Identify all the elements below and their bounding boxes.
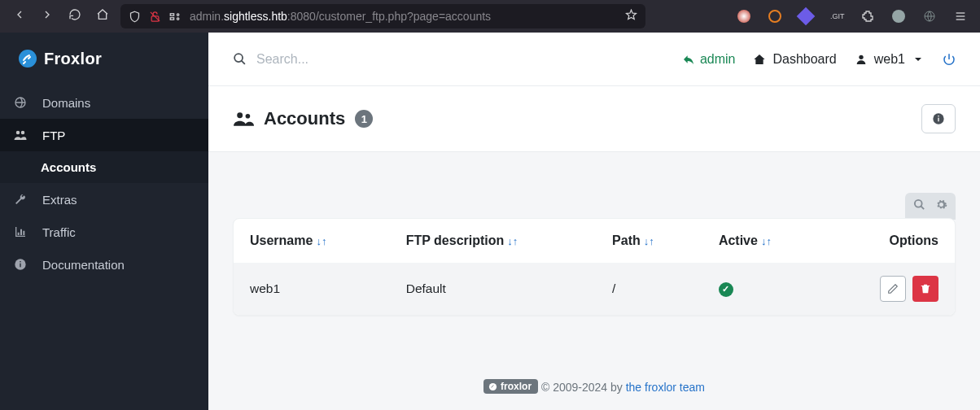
check-circle-icon xyxy=(719,282,733,297)
brand-logo[interactable]: Froxlor xyxy=(0,33,208,86)
info-icon xyxy=(13,257,28,272)
svg-point-19 xyxy=(859,55,863,59)
sidebar-item-label: Extras xyxy=(42,193,77,207)
svg-point-17 xyxy=(234,54,243,62)
table-settings-button[interactable] xyxy=(935,198,947,214)
sort-icon: ↓↑ xyxy=(761,235,772,247)
svg-point-25 xyxy=(915,200,922,207)
svg-line-26 xyxy=(921,206,924,209)
lock-insecure-icon xyxy=(149,11,161,23)
accounts-table: Username↓↑ FTP description↓↑ Path↓↑ Acti… xyxy=(234,219,955,315)
col-username[interactable]: Username↓↑ xyxy=(234,219,390,263)
footer-logo-pill: froxlor xyxy=(483,379,538,394)
chart-icon xyxy=(13,225,28,239)
froxlor-pill-icon xyxy=(488,382,497,391)
dashboard-link[interactable]: Dashboard xyxy=(753,52,836,67)
home-button[interactable] xyxy=(96,8,109,24)
user-menu[interactable]: web1 xyxy=(855,52,925,67)
sidebar-subitem-label: Accounts xyxy=(41,160,96,174)
search-input[interactable] xyxy=(256,52,419,67)
user-menu-label: web1 xyxy=(874,52,905,67)
app-menu-button[interactable] xyxy=(954,10,967,23)
search-icon xyxy=(233,52,247,66)
svg-rect-15 xyxy=(20,264,20,268)
forward-button[interactable] xyxy=(41,8,54,24)
svg-rect-3 xyxy=(170,17,173,20)
sidebar-item-ftp[interactable]: FTP xyxy=(0,119,208,151)
dashboard-link-label: Dashboard xyxy=(772,52,836,67)
content-area: admin Dashboard web1 Accounts xyxy=(208,33,980,410)
home-icon xyxy=(753,53,766,66)
users-icon xyxy=(233,108,254,129)
ext-icon-3[interactable] xyxy=(797,7,816,26)
froxlor-logo-icon xyxy=(18,49,37,68)
svg-point-4 xyxy=(177,13,179,15)
sidebar-item-domains[interactable]: Domains xyxy=(0,86,208,119)
svg-point-13 xyxy=(21,131,25,135)
col-description[interactable]: FTP description↓↑ xyxy=(390,219,596,263)
table-row: web1 Default / xyxy=(234,263,955,315)
shield-icon xyxy=(129,11,141,23)
svg-rect-24 xyxy=(938,116,938,116)
wrench-icon xyxy=(13,192,28,207)
sidebar-item-label: Traffic xyxy=(42,225,76,239)
footer-copyright: © 2009-2024 by xyxy=(541,381,626,394)
topbar: admin Dashboard web1 xyxy=(208,33,980,86)
table-tools xyxy=(905,193,956,220)
cell-options xyxy=(825,263,955,315)
admin-link[interactable]: admin xyxy=(682,52,736,67)
cell-path: / xyxy=(596,263,702,315)
svg-point-5 xyxy=(177,17,179,20)
back-button[interactable] xyxy=(13,8,26,24)
info-icon xyxy=(932,112,945,125)
sidebar: Froxlor Domains FTP Accounts Extras Traf… xyxy=(0,33,208,410)
ext-icon-4[interactable]: .GIT xyxy=(830,10,843,23)
reload-button[interactable] xyxy=(68,8,81,24)
col-path[interactable]: Path↓↑ xyxy=(596,219,702,263)
sidebar-item-label: FTP xyxy=(42,129,65,142)
svg-point-12 xyxy=(16,131,20,135)
bookmark-star-icon[interactable] xyxy=(625,9,637,24)
cell-username: web1 xyxy=(234,263,390,315)
col-options: Options xyxy=(825,219,955,263)
delete-button[interactable] xyxy=(912,276,938,302)
page-title-text: Accounts xyxy=(264,108,345,129)
sidebar-subitem-accounts[interactable]: Accounts xyxy=(0,151,208,183)
svg-point-21 xyxy=(246,114,251,119)
svg-rect-16 xyxy=(20,261,20,262)
count-badge: 1 xyxy=(355,110,373,128)
page-title: Accounts 1 xyxy=(233,108,373,129)
url-text: admin.sightless.htb:8080/customer_ftp.ph… xyxy=(190,10,491,23)
ext-icon-2[interactable] xyxy=(768,10,781,23)
ext-icon-1[interactable] xyxy=(737,10,750,23)
caret-down-icon xyxy=(912,53,925,66)
col-active[interactable]: Active↓↑ xyxy=(702,219,825,263)
logout-button[interactable] xyxy=(943,53,956,66)
svg-point-27 xyxy=(489,382,497,390)
page-header: Accounts 1 xyxy=(208,86,980,152)
admin-link-label: admin xyxy=(700,52,736,67)
globe-icon xyxy=(13,95,28,110)
edit-button[interactable] xyxy=(880,276,906,302)
browser-toolbar: admin.sightless.htb:8080/customer_ftp.ph… xyxy=(0,0,980,33)
sidebar-item-traffic[interactable]: Traffic xyxy=(0,216,208,248)
sidebar-item-label: Domains xyxy=(42,96,90,110)
sort-icon: ↓↑ xyxy=(644,235,654,247)
footer-team-link[interactable]: the froxlor team xyxy=(626,381,705,394)
url-bar[interactable]: admin.sightless.htb:8080/customer_ftp.ph… xyxy=(120,4,645,28)
ext-icon-6[interactable] xyxy=(923,10,936,23)
cell-description: Default xyxy=(390,263,596,315)
table-search-button[interactable] xyxy=(913,198,925,214)
accounts-table-card: Username↓↑ FTP description↓↑ Path↓↑ Acti… xyxy=(233,218,956,316)
sort-icon: ↓↑ xyxy=(507,235,518,247)
permissions-icon xyxy=(169,11,182,23)
extensions-button[interactable] xyxy=(861,10,874,23)
svg-rect-2 xyxy=(170,13,173,15)
ext-icon-5[interactable] xyxy=(892,10,905,23)
sidebar-item-extras[interactable]: Extras xyxy=(0,183,208,216)
users-icon xyxy=(13,128,28,142)
info-button[interactable] xyxy=(921,104,956,133)
sidebar-item-documentation[interactable]: Documentation xyxy=(0,248,208,281)
svg-rect-23 xyxy=(938,118,938,122)
svg-point-20 xyxy=(237,112,243,118)
